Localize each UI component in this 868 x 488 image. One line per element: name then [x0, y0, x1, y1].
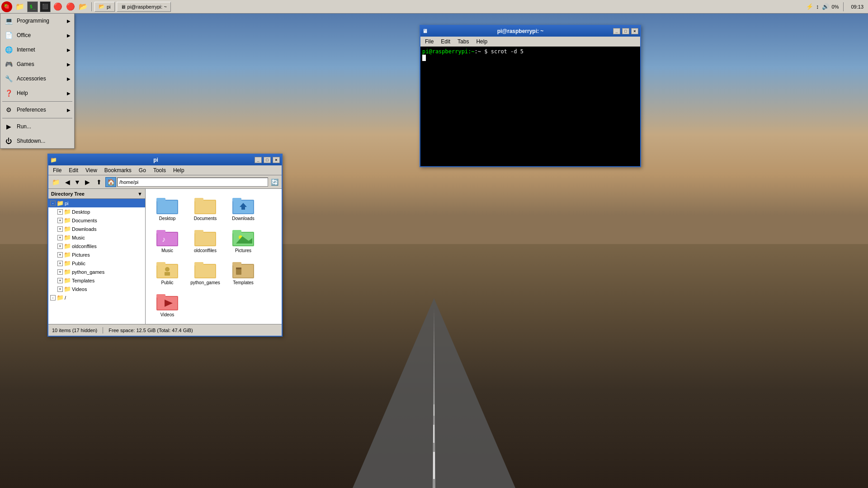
taskbar-folder-icon[interactable]: 📂: [78, 1, 89, 12]
taskbar-filemanager-icon[interactable]: 📁: [14, 1, 25, 12]
network-icon[interactable]: ↕: [816, 3, 819, 10]
fm-refresh-btn[interactable]: 🔄: [269, 177, 280, 187]
fm-nav-home-btn[interactable]: 🏠: [105, 177, 116, 187]
file-item-oldconffiles[interactable]: oldconffiles: [187, 225, 223, 255]
term-menu-edit[interactable]: Edit: [438, 38, 453, 46]
start-menu-button[interactable]: 🍓: [1, 1, 12, 12]
file-item-music[interactable]: ♪ Music: [149, 225, 185, 255]
fm-nav-folder-btn[interactable]: 📁: [50, 177, 61, 187]
tree-icon-music: 📁: [64, 234, 71, 241]
fm-menu-tools[interactable]: Tools: [151, 166, 169, 174]
tree-item-pictures[interactable]: + 📁 Pictures: [48, 250, 145, 259]
terminal-cursor-block: [422, 55, 426, 61]
fm-address-bar[interactable]: /home/pi: [117, 178, 268, 187]
tree-expand-music[interactable]: +: [57, 235, 63, 240]
fm-menu-go[interactable]: Go: [136, 166, 149, 174]
menu-item-games[interactable]: 🎮 Games ▶: [0, 57, 74, 71]
fm-nav-dropdown-btn[interactable]: ▼: [74, 177, 81, 187]
tree-item-public[interactable]: + 📁 Public: [48, 259, 145, 267]
system-tray: ⚡ ↕ 🔊 0% 09:13: [806, 2, 868, 11]
taskbar-app-icon2[interactable]: 🔴: [65, 1, 76, 12]
menu-item-internet[interactable]: 🌐 Internet ▶: [0, 42, 74, 57]
file-label-oldconffiles: oldconffiles: [194, 248, 217, 253]
terminal-content[interactable]: pi@raspberrypi:~:~ $ scrot -d 5: [420, 47, 640, 166]
fm-menu-bookmarks[interactable]: Bookmarks: [102, 166, 134, 174]
fm-nav-back-btn[interactable]: ◀: [62, 177, 73, 187]
fm-maximize-btn[interactable]: □: [264, 157, 271, 163]
fm-nav-forward-btn[interactable]: ▶: [82, 177, 93, 187]
tree-item-downloads[interactable]: + 📁 Downloads: [48, 225, 145, 233]
file-item-downloads[interactable]: Downloads: [225, 192, 261, 223]
tree-item-templates[interactable]: + 📁 Templates: [48, 276, 145, 285]
tree-expand-videos[interactable]: +: [57, 286, 63, 292]
tree-expand-downloads[interactable]: +: [57, 226, 63, 232]
menu-item-preferences[interactable]: ⚙ Preferences ▶: [0, 103, 74, 117]
fm-menu-edit[interactable]: Edit: [66, 166, 81, 174]
fm-close-btn[interactable]: ×: [273, 157, 280, 163]
menu-item-shutdown[interactable]: ⏻ Shutdown...: [0, 134, 74, 148]
menu-item-programming[interactable]: 💻 Programming ▶: [0, 14, 74, 28]
office-icon: 📄: [4, 31, 13, 40]
term-close-btn[interactable]: ×: [631, 28, 638, 34]
fm-statusbar: 10 items (17 hidden) Free space: 12.5 Gi…: [48, 324, 282, 336]
fm-menu-file[interactable]: File: [50, 166, 64, 174]
term-menu-tabs[interactable]: Tabs: [455, 38, 472, 46]
fm-minimize-btn[interactable]: _: [255, 157, 262, 163]
fm-content: Directory Tree ▼ - 📁 pi + 📁 Desktop +: [48, 189, 282, 324]
fm-menu-view[interactable]: View: [83, 166, 100, 174]
taskbar-terminal-icon2[interactable]: ⬛: [40, 1, 51, 12]
file-item-pictures[interactable]: Pictures: [225, 225, 261, 255]
tree-expand-python[interactable]: +: [57, 269, 63, 275]
tree-expand-desktop[interactable]: +: [57, 209, 63, 215]
dir-tree-arrow[interactable]: ▼: [137, 191, 142, 197]
file-item-documents[interactable]: Documents: [187, 192, 223, 223]
tree-icon-videos: 📁: [64, 286, 71, 292]
folder-icon-public: [156, 258, 178, 280]
games-icon: 🎮: [4, 60, 13, 69]
term-maximize-btn[interactable]: □: [622, 28, 629, 34]
tree-item-root[interactable]: - 📁 /: [48, 293, 145, 302]
tree-expand-documents[interactable]: +: [57, 218, 63, 223]
tree-expand-public[interactable]: +: [57, 261, 63, 266]
fm-nav-up-btn[interactable]: ⬆: [94, 177, 104, 187]
tree-item-pi[interactable]: - 📁 pi: [48, 199, 145, 207]
tree-expand-oldconffiles[interactable]: +: [57, 244, 63, 249]
menu-item-run[interactable]: ▶ Run...: [0, 119, 74, 134]
tree-item-videos[interactable]: + 📁 Videos: [48, 285, 145, 293]
term-minimize-btn[interactable]: _: [613, 28, 620, 34]
file-label-documents: Documents: [194, 216, 217, 221]
file-item-videos[interactable]: Videos: [149, 289, 185, 319]
tree-item-python_games[interactable]: + 📁 python_games: [48, 267, 145, 276]
tree-icon-documents: 📁: [64, 217, 71, 224]
tree-expand-pictures[interactable]: +: [57, 252, 63, 258]
tree-item-desktop[interactable]: + 📁 Desktop: [48, 207, 145, 216]
file-item-templates[interactable]: Templates: [225, 257, 261, 287]
taskbar-app-icon1[interactable]: 🔴: [52, 1, 63, 12]
file-item-desktop[interactable]: Desktop: [149, 192, 185, 223]
fm-free-space: Free space: 12.5 GiB (Total: 47.4 GiB): [108, 328, 193, 333]
folder-icon-oldconffiles: [194, 226, 216, 248]
menu-item-office[interactable]: 📄 Office ▶: [0, 28, 74, 42]
term-menu-file[interactable]: File: [422, 38, 436, 46]
file-item-python-games[interactable]: python_games: [187, 257, 223, 287]
tree-expand-root[interactable]: -: [50, 295, 56, 300]
taskbar-pi-window[interactable]: 📂 pi: [94, 2, 115, 12]
tree-expand-pi[interactable]: -: [50, 201, 56, 206]
tree-item-documents[interactable]: + 📁 Documents: [48, 216, 145, 225]
menu-item-help[interactable]: ❓ Help ▶: [0, 86, 74, 100]
taskbar-terminal-window[interactable]: 🖥 pi@raspberrypi: ~: [117, 2, 171, 12]
taskbar-terminal-icon[interactable]: $_: [27, 1, 38, 12]
menu-sep2: [2, 118, 72, 118]
bluetooth-icon[interactable]: ⚡: [806, 3, 813, 10]
term-menu-help[interactable]: Help: [473, 38, 490, 46]
tree-item-oldconffiles[interactable]: + 📁 oldconffiles: [48, 242, 145, 250]
tree-item-music[interactable]: + 📁 Music: [48, 233, 145, 242]
tree-expand-templates[interactable]: +: [57, 278, 63, 283]
menu-item-accessories[interactable]: 🔧 Accessories ▶: [0, 71, 74, 86]
file-manager-window: 📁 pi _ □ × File Edit View Bookmarks Go T…: [47, 154, 283, 337]
fm-menu-help[interactable]: Help: [170, 166, 187, 174]
file-item-public[interactable]: Public: [149, 257, 185, 287]
run-icon: ▶: [4, 122, 13, 131]
volume-icon[interactable]: 🔊: [822, 3, 829, 10]
svg-rect-26: [165, 272, 170, 276]
